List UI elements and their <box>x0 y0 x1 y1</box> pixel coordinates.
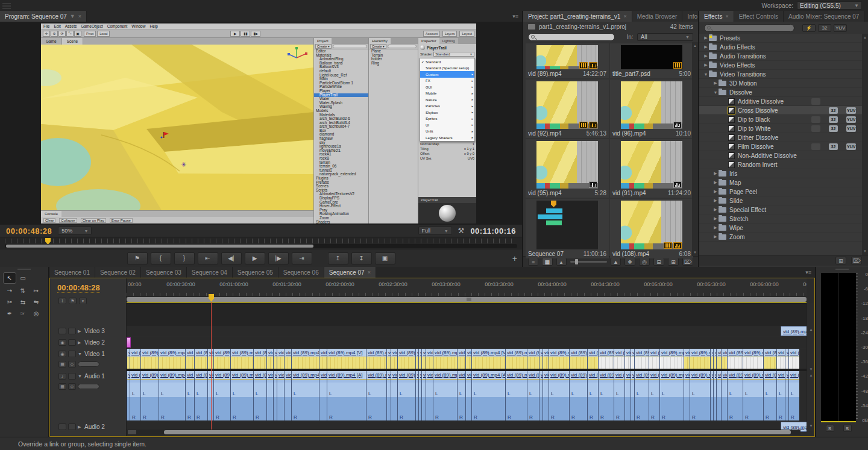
rate-stretch-tool[interactable]: ↦ <box>30 286 42 296</box>
unity-menu-file[interactable]: File <box>43 24 49 28</box>
unity-tab-scene[interactable]: Scene <box>62 38 83 45</box>
video-clip[interactable]: vid (89).mp4 [V] <box>569 349 587 369</box>
effects-bin-3d-motion[interactable]: ▶3D Motion <box>699 79 868 88</box>
twirl-icon[interactable]: ▶ <box>712 81 719 86</box>
unity-toggle-local[interactable]: Local <box>97 31 110 37</box>
tab-sequence-05[interactable]: Sequence 05 <box>233 267 278 278</box>
audio-clip[interactable]: vid (89).mp4 [A]LR <box>649 371 659 420</box>
unity-transform-tool[interactable]: ⤡ <box>66 31 74 37</box>
step-forward-button[interactable]: |▶ <box>268 252 289 264</box>
video-clip[interactable]: vid (89).mp4 [V] <box>277 349 284 369</box>
shader-menu-item[interactable]: ✓Standard <box>420 58 474 65</box>
unity-project-tab[interactable]: Project <box>314 38 332 44</box>
tab-sequence-06[interactable]: Sequence 06 <box>278 267 324 278</box>
video-clip[interactable]: vid (89).mp4 [V] <box>727 349 743 369</box>
project-item[interactable]: vid (91).mp411:24:20 <box>610 139 693 198</box>
audio-clip[interactable]: vid (89).mp4 [A] <box>426 371 433 420</box>
video-clip[interactable]: vid (89).mp4 [V] <box>291 349 319 369</box>
video-clip[interactable]: vid (89).mp4 [V] <box>788 349 799 369</box>
audio-clip[interactable]: vid (89).mp4 [A]LR <box>569 371 587 420</box>
project-item[interactable]: vid (95).mp45:28 <box>526 139 609 198</box>
track-header-video-1[interactable]: ◉▼Video 1▦◇ <box>50 349 127 369</box>
video-clip[interactable]: vid (89).mp4 [V] <box>391 349 397 369</box>
audio-clip[interactable]: vid (89).mp4 [A] <box>684 371 690 420</box>
audio-clip[interactable]: vid (89).mp4 [A]LR <box>505 371 527 420</box>
hierarchy-item[interactable]: Ring <box>369 61 418 66</box>
toggle-sync-lock-icon[interactable] <box>68 373 76 380</box>
scroll-down-arrow[interactable]: ▼ <box>808 423 814 429</box>
audio-clip[interactable]: vid (89).mp4 [A]LR <box>291 371 319 420</box>
video-clip[interactable]: vid (89).mp4 [V] <box>284 349 291 369</box>
effects-bin-audio-effects[interactable]: ▶Audio Effects <box>699 43 868 52</box>
audio-clip[interactable]: vid (89).mp4 [A] <box>266 371 273 420</box>
unity-menu-edit[interactable]: Edit <box>54 24 60 28</box>
unity-transform-tool[interactable]: ⟳ <box>58 31 66 37</box>
video-clip[interactable]: vid (89).mp4 [V] <box>527 349 539 369</box>
unity-dropdown-layers[interactable]: Layers <box>442 31 458 37</box>
mark-in-button[interactable]: { <box>151 252 171 264</box>
toggle-sync-lock-icon[interactable] <box>68 328 76 334</box>
hand-tool[interactable]: ☞ <box>17 308 29 319</box>
shader-menu-item[interactable]: FX▸ <box>420 78 474 84</box>
video-clip[interactable]: vid (89).mp4 [V] <box>659 349 684 369</box>
twirl-icon[interactable]: ▶ <box>78 329 83 334</box>
video-clip[interactable]: vid (89).mp4 [V] <box>587 349 598 369</box>
video-clip[interactable]: vid (89).mp4 [V] <box>253 349 266 369</box>
video-clip[interactable]: vid (89).mp4 [V] <box>213 349 230 369</box>
search-input[interactable] <box>388 45 417 48</box>
video-clip[interactable]: vid (89).mp4 [V] <box>505 349 527 369</box>
video-clip[interactable]: vid (89).mp4 [V] <box>457 349 465 369</box>
zoom-out-handle[interactable]: ▴ <box>556 258 567 266</box>
yuv-filter[interactable]: YUV <box>834 24 847 32</box>
effects-bin-video-effects[interactable]: ▶Video Effects <box>699 61 868 70</box>
video-clip[interactable]: vid (89).mp4 [V] <box>776 349 785 369</box>
solo-button[interactable]: S <box>843 425 852 432</box>
edge-clip[interactable]: vid (89).mp4 <box>781 326 807 336</box>
audio-clip[interactable]: vid (89).mp4 [A]LR <box>457 371 465 420</box>
step-button[interactable]: ▮▶ <box>251 31 260 37</box>
mini-scrollbar-thumb[interactable] <box>6 245 313 248</box>
track-video-3-lane[interactable]: vid (89).mp4 <box>127 326 807 336</box>
shader-menu-item[interactable]: Custom▸ <box>420 71 474 78</box>
panel-menu-icon[interactable]: ▾≡ <box>864 11 868 22</box>
video-clip[interactable]: vid (89).mp4 [V] <box>684 349 690 369</box>
audio-clip[interactable]: vid (89).mp4 [A] <box>421 371 426 420</box>
twirl-icon[interactable]: ▼ <box>78 374 83 378</box>
twirl-icon[interactable]: ▼ <box>712 90 719 95</box>
toggle-track-output-speaker-icon[interactable] <box>58 423 66 430</box>
unity-hierarchy-tab[interactable]: Hierarchy <box>369 38 391 44</box>
video-clip[interactable]: vid (89).mp4 [V] <box>649 349 659 369</box>
tab-media-browser[interactable]: Media Browser <box>632 11 683 22</box>
video-clip[interactable]: vid (89).mp4 [V] <box>542 349 549 369</box>
effect-cross-dissolve[interactable]: Cross Dissolve32YUV <box>699 106 868 115</box>
audio-clip[interactable]: vid (89).mp4 [A]LR <box>763 371 776 420</box>
effects-bin-page-peel[interactable]: ▶Page Peel <box>699 187 868 196</box>
play-button[interactable]: ▶ <box>245 252 265 264</box>
slip-tool[interactable]: ⇆ <box>17 297 29 307</box>
playback-resolution-dropdown[interactable]: Full ▼ <box>418 227 452 235</box>
tab-program-sequence-07[interactable]: Program: Sequence 07 ▼ × <box>0 11 87 22</box>
track-audio-1-lane[interactable]: vid (89).mp4 [A]vid (89).mp4 [A]LRvid (8… <box>127 371 807 420</box>
audio-clip[interactable]: vid (89).mp4 [A] <box>386 371 391 420</box>
shader-menu-item[interactable]: Unlit▸ <box>420 128 474 135</box>
audio-clip[interactable]: vid (89).mp4 [A]LR <box>253 371 266 420</box>
effects-bin-iris[interactable]: ▶Iris <box>699 169 868 178</box>
new-bin-button[interactable]: ⊟ <box>653 258 664 266</box>
shader-menu-item[interactable]: Standard (Specular setup) <box>420 65 474 72</box>
effects-bin-audio-transitions[interactable]: ▶Audio Transitions <box>699 52 868 61</box>
find-button[interactable]: ◎ <box>639 258 650 266</box>
audio-clip[interactable]: vid (89).mp4 [A]LR <box>690 371 710 420</box>
work-area-handle[interactable] <box>467 298 471 301</box>
unity-toggle-pivot[interactable]: Pivot <box>84 31 96 37</box>
effects-bin-zoom[interactable]: ▶Zoom <box>699 233 868 242</box>
toggle-sync-lock-icon[interactable] <box>68 339 76 346</box>
console-button-collapse[interactable]: Collapse <box>59 218 77 223</box>
effects-search-input[interactable] <box>704 24 794 32</box>
toggle-track-output-eye-icon[interactable] <box>58 328 66 334</box>
audio-clip[interactable]: vid (89).mp4 [A]LR <box>587 371 598 420</box>
create-button[interactable]: Create ▾ <box>370 44 386 49</box>
track-header-video-3[interactable]: ▶Video 3 <box>50 326 127 336</box>
video-clip[interactable]: vid (89).mp4 [V] <box>266 349 273 369</box>
twirl-icon[interactable]: ▶ <box>78 425 83 430</box>
project-item[interactable]: title_part7.psd5:00 <box>610 43 693 78</box>
